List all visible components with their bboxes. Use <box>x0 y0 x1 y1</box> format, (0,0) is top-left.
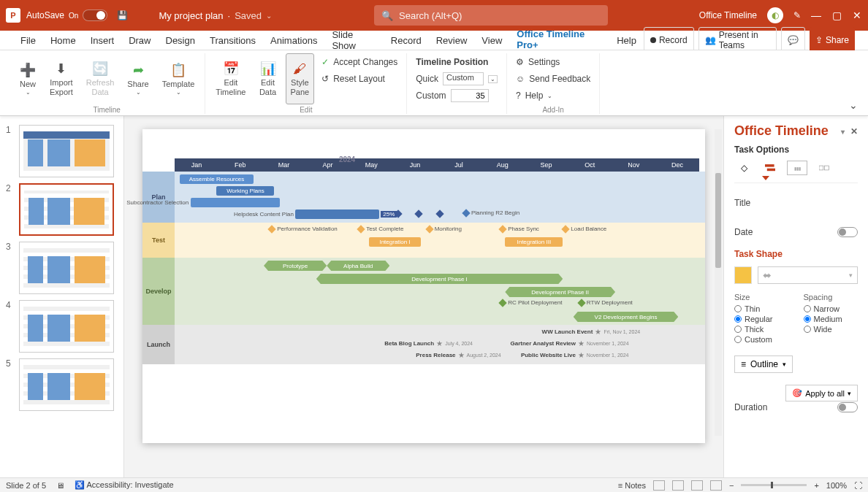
milestone[interactable]: Monitoring <box>427 226 462 232</box>
minimize-button[interactable]: — <box>811 10 821 20</box>
present-teams-button[interactable]: 👥 Present in Teams <box>698 27 777 53</box>
template-button[interactable]: 📋Template⌄ <box>158 53 199 104</box>
milestone[interactable]: Load Balance <box>563 226 606 232</box>
milestone[interactable]: Planning R2 Begin <box>463 210 519 216</box>
launch-event[interactable]: Press Release★August 2, 2024 <box>416 351 500 359</box>
color-swatch[interactable] <box>734 266 752 284</box>
shape-dropdown[interactable]: ⬌▾ <box>758 266 858 284</box>
task-bar[interactable]: Alpha Build <box>327 261 389 271</box>
milestone[interactable]: RC Pilot Deployment <box>500 299 562 306</box>
autosave-toggle[interactable]: AutoSave On <box>26 9 107 21</box>
custom-position-input[interactable] <box>451 89 489 102</box>
edit-timeline-button[interactable]: 📅Edit Timeline <box>211 53 250 104</box>
task-bar[interactable]: Development Phase II <box>505 287 615 297</box>
tab-slideshow[interactable]: Slide Show <box>324 27 383 53</box>
tab-animations[interactable]: Animations <box>263 33 324 48</box>
spacing-medium[interactable]: Medium <box>804 315 859 323</box>
title-section[interactable]: Title <box>734 198 858 208</box>
share-button[interactable]: ⇪ Share <box>810 27 855 53</box>
zoom-slider[interactable] <box>741 484 807 486</box>
chevron-down-icon[interactable]: ⌄ <box>266 12 272 20</box>
edit-data-button[interactable]: 📊Edit Data <box>255 53 281 104</box>
size-thick[interactable]: Thick <box>734 325 789 334</box>
slide-thumbnail-2[interactable] <box>19 183 114 236</box>
slideshow-view-button[interactable] <box>710 480 722 491</box>
slide-thumbnail-4[interactable] <box>19 300 114 353</box>
fit-to-window-button[interactable]: ⛶ <box>854 481 862 490</box>
share-ribbon-button[interactable]: ➦Share⌄ <box>123 53 153 104</box>
help-button[interactable]: ?Help⌄ <box>516 88 590 103</box>
accept-changes-button[interactable]: ✓Accept Changes <box>321 55 397 69</box>
slide-canvas[interactable]: 2024 JanFebMarAprMayJunJulAugSepOctNovDe… <box>142 129 705 443</box>
zoom-in-button[interactable]: + <box>814 481 818 490</box>
task-bar[interactable]: Integration III <box>505 237 563 247</box>
outline-dropdown[interactable]: ≡ Outline ▾ <box>734 355 793 373</box>
tab-insert[interactable]: Insert <box>83 33 122 48</box>
slide-thumbnail-1[interactable] <box>19 125 114 177</box>
comments-button[interactable]: 💬 <box>781 27 805 53</box>
tab-draw[interactable]: Draw <box>121 33 158 48</box>
collapse-ribbon-button[interactable]: ⌄ <box>849 99 858 111</box>
tab-view[interactable]: View <box>474 33 509 48</box>
tab-home[interactable]: Home <box>43 33 83 48</box>
display-settings-icon[interactable]: 🖥 <box>56 481 64 490</box>
task-bar[interactable]: Integration I <box>369 237 422 247</box>
date-toggle[interactable] <box>837 227 858 237</box>
launch-event[interactable]: Public Website Live★November 1, 2024 <box>521 351 629 359</box>
import-export-button[interactable]: ⬇Import Export <box>45 53 77 104</box>
settings-button[interactable]: ⚙Settings <box>516 55 590 69</box>
launch-event[interactable]: Beta Blog Launch★July 4, 2024 <box>384 339 473 347</box>
close-panel-button[interactable]: ✕ <box>850 126 858 137</box>
spacing-narrow[interactable]: Narrow <box>804 304 859 313</box>
size-thin[interactable]: Thin <box>734 304 789 313</box>
zoom-level[interactable]: 100% <box>826 481 847 490</box>
notes-button[interactable]: ≡ Notes <box>618 481 646 490</box>
vertical-scrollbar[interactable] <box>715 129 722 436</box>
tab-transitions[interactable]: Transitions <box>202 33 263 48</box>
milestone[interactable]: Test Complete <box>358 226 403 232</box>
accessibility-status[interactable]: ♿ Accessibility: Investigate <box>75 480 174 490</box>
slide-thumbnail-3[interactable] <box>19 242 114 294</box>
task-bar[interactable]: Prototype <box>264 261 327 271</box>
document-title[interactable]: My project plan · Saved ⌄ <box>159 10 272 21</box>
spacing-wide[interactable]: Wide <box>804 325 859 334</box>
launch-event[interactable]: Gartner Analyst Review★November 1, 2024 <box>511 339 629 347</box>
quick-select[interactable]: Custom <box>443 72 484 85</box>
slide-counter[interactable]: Slide 2 of 5 <box>6 481 46 490</box>
shape-option-progress[interactable]: ▮▮▮ <box>787 161 807 175</box>
date-section[interactable]: Date <box>734 227 858 237</box>
task-bar[interactable]: Subcontractor Selection <box>191 198 280 207</box>
user-avatar[interactable]: ◐ <box>767 7 783 23</box>
shape-option-split[interactable] <box>815 161 834 175</box>
toggle-switch-icon[interactable] <box>83 9 107 21</box>
zoom-out-button[interactable]: − <box>729 481 734 490</box>
save-icon[interactable]: 💾 <box>115 8 129 23</box>
feedback-button[interactable]: ☺Send Feedback <box>516 72 590 86</box>
slide-sorter-button[interactable] <box>672 480 684 491</box>
style-pane-button[interactable]: 🖌Style Pane <box>286 53 315 104</box>
milestone[interactable]: Phase Sync <box>500 226 539 232</box>
tab-review[interactable]: Review <box>429 33 475 48</box>
pen-icon[interactable]: ✎ <box>793 10 801 20</box>
search-input[interactable]: 🔍 Search (Alt+Q) <box>374 5 608 26</box>
tab-design[interactable]: Design <box>159 33 202 48</box>
tab-file[interactable]: File <box>13 33 43 48</box>
shape-option-diamond[interactable]: ◇ <box>734 161 753 175</box>
size-regular[interactable]: Regular <box>734 315 789 323</box>
normal-view-button[interactable] <box>653 480 665 491</box>
reset-layout-button[interactable]: ↺Reset Layout <box>321 72 397 86</box>
milestone[interactable]: RTW Deployment <box>579 299 633 306</box>
slide-thumbnail-5[interactable] <box>19 358 114 411</box>
refresh-data-button[interactable]: 🔄Refresh Data <box>82 53 119 104</box>
duration-section[interactable]: Duration <box>734 402 858 412</box>
tab-help[interactable]: Help <box>609 33 644 48</box>
duration-toggle[interactable] <box>837 402 858 412</box>
task-bar[interactable]: Working Plans <box>216 186 274 196</box>
task-bar[interactable]: Development Phase I <box>316 274 563 284</box>
task-bar[interactable]: Assemble Resources <box>180 174 254 184</box>
milestone[interactable]: Performance Validation <box>269 226 338 232</box>
close-button[interactable]: ✕ <box>852 10 862 20</box>
tab-record[interactable]: Record <box>384 33 429 48</box>
record-button[interactable]: Record <box>644 27 694 53</box>
task-bar[interactable]: V2 Development Begins <box>574 312 679 322</box>
